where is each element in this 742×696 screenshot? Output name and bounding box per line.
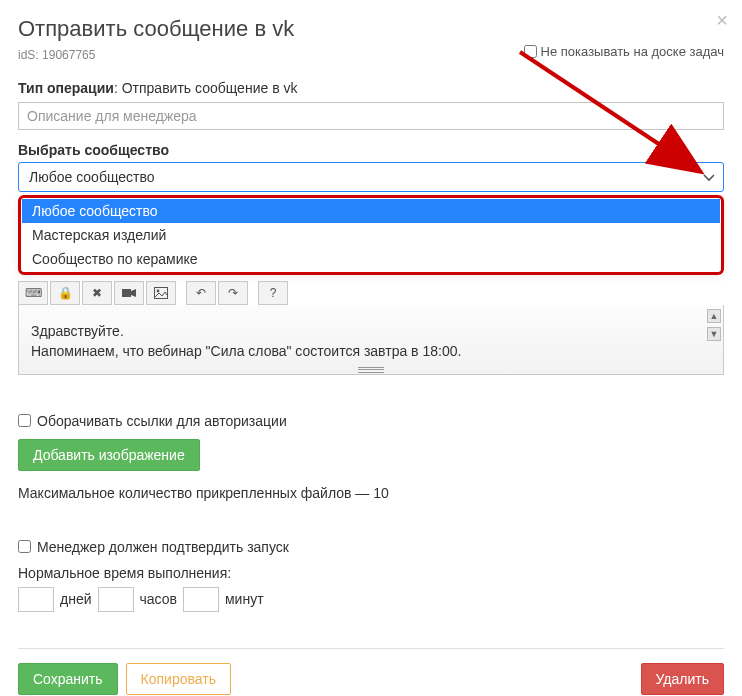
keyboard-icon[interactable]: ⌨ xyxy=(18,281,48,305)
copy-button[interactable]: Копировать xyxy=(126,663,231,695)
days-unit: дней xyxy=(60,591,92,607)
operation-type-value: Отправить сообщение в vk xyxy=(122,80,298,96)
hide-on-board-row[interactable]: Не показывать на доске задач xyxy=(524,44,724,59)
manager-description-input[interactable] xyxy=(18,102,724,130)
ids-value: 19067765 xyxy=(42,48,95,62)
community-option-ceramics[interactable]: Сообщество по керамике xyxy=(22,247,720,271)
save-button[interactable]: Сохранить xyxy=(18,663,118,695)
days-input[interactable] xyxy=(18,587,54,612)
editor-toolbar: ⌨ 🔒 ✖ ↶ ↷ ? xyxy=(18,281,724,305)
manager-confirm-label: Менеджер должен подтвердить запуск xyxy=(37,539,289,555)
manager-confirm-row[interactable]: Менеджер должен подтвердить запуск xyxy=(18,539,724,555)
message-content[interactable]: Здравствуйте. Напоминаем, что вебинар "С… xyxy=(31,321,711,362)
wrap-links-label: Оборачивать ссылки для авторизации xyxy=(37,413,287,429)
time-inputs-row: дней часов минут xyxy=(18,587,724,612)
modal-footer: Сохранить Копировать Удалить xyxy=(18,663,724,695)
message-line-2: Напоминаем, что вебинар "Сила слова" сос… xyxy=(31,341,711,361)
modal-title: Отправить сообщение в vk xyxy=(18,16,724,42)
hours-unit: часов xyxy=(140,591,177,607)
minutes-unit: минут xyxy=(225,591,264,607)
delete-button[interactable]: Удалить xyxy=(641,663,724,695)
close-icon[interactable]: × xyxy=(716,10,728,30)
hide-on-board-label: Не показывать на доске задач xyxy=(541,44,724,59)
manager-confirm-checkbox[interactable] xyxy=(18,540,31,553)
footer-divider xyxy=(18,648,724,649)
normal-time-label: Нормальное время выполнения: xyxy=(18,565,724,581)
operation-type-row: Тип операции: Отправить сообщение в vk xyxy=(18,80,724,96)
svg-marker-3 xyxy=(131,289,136,297)
wrap-links-checkbox[interactable] xyxy=(18,414,31,427)
image-icon[interactable] xyxy=(146,281,176,305)
lock-icon[interactable]: 🔒 xyxy=(50,281,80,305)
message-line-1: Здравствуйте. xyxy=(31,321,711,341)
message-editor[interactable]: Здравствуйте. Напоминаем, что вебинар "С… xyxy=(18,305,724,375)
chevron-down-icon xyxy=(703,169,715,185)
wrap-links-row[interactable]: Оборачивать ссылки для авторизации xyxy=(18,413,724,429)
undo-icon[interactable]: ↶ xyxy=(186,281,216,305)
community-selected-value: Любое сообщество xyxy=(29,169,155,185)
resize-handle-icon[interactable] xyxy=(358,367,384,373)
add-image-button[interactable]: Добавить изображение xyxy=(18,439,200,471)
video-icon[interactable] xyxy=(114,281,144,305)
hours-input[interactable] xyxy=(98,587,134,612)
community-select[interactable]: Любое сообщество xyxy=(18,162,724,192)
modal-dialog: × Отправить сообщение в vk idS: 19067765… xyxy=(0,0,742,696)
clear-icon[interactable]: ✖ xyxy=(82,281,112,305)
max-files-note: Максимальное количество прикрепленных фа… xyxy=(18,485,724,501)
operation-type-label: Тип операции xyxy=(18,80,114,96)
community-option-any[interactable]: Любое сообщество xyxy=(22,199,720,223)
help-icon[interactable]: ? xyxy=(258,281,288,305)
community-option-workshop[interactable]: Мастерская изделий xyxy=(22,223,720,247)
minutes-input[interactable] xyxy=(183,587,219,612)
svg-rect-2 xyxy=(122,289,131,297)
hide-on-board-checkbox[interactable] xyxy=(524,45,537,58)
community-label: Выбрать сообщество xyxy=(18,142,724,158)
scroll-down-icon[interactable]: ▼ xyxy=(707,327,721,341)
scroll-up-icon[interactable]: ▲ xyxy=(707,309,721,323)
ids-label: idS: xyxy=(18,48,39,62)
svg-point-5 xyxy=(157,290,160,293)
redo-icon[interactable]: ↷ xyxy=(218,281,248,305)
community-dropdown: Любое сообщество Мастерская изделий Сооб… xyxy=(18,195,724,275)
